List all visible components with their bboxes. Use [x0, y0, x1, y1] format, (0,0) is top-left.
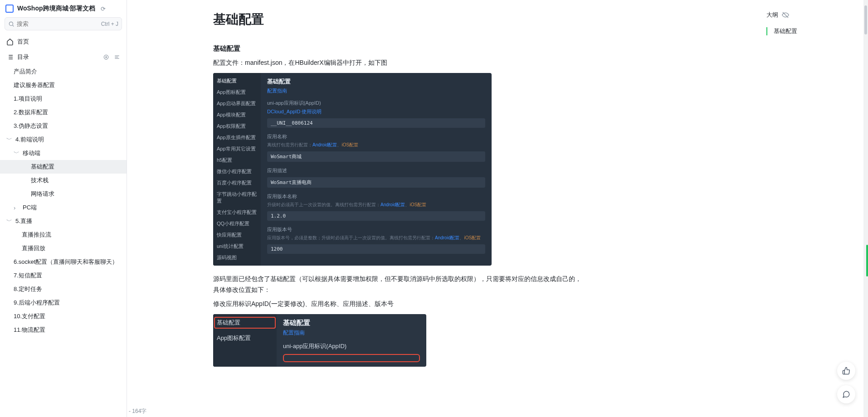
sidebar-item[interactable]: 1.项目说明 [0, 92, 127, 106]
toc-label: 目录 [17, 53, 29, 61]
sidebar-item-label: 5.直播 [15, 217, 32, 225]
shot1-left-item: 基础配置 [217, 78, 257, 84]
floating-actions [837, 362, 855, 403]
search-icon [8, 21, 15, 27]
sidebar: WoShop跨境商城·部署文档 ⟳ Ctrl + J 首页 目录 [0, 0, 127, 417]
shot1-guide-link: 配置指南 [267, 87, 485, 94]
shot1-left-item: 百度小程序配置 [217, 179, 257, 186]
sidebar-item[interactable]: 11.物流配置 [0, 323, 127, 337]
shot1-title: 基础配置 [267, 78, 485, 86]
sidebar-item-label: 网络请求 [31, 190, 54, 198]
manifest-screenshot-1: 基础配置App图标配置App启动界面配置App模块配置App权限配置App原生插… [213, 73, 492, 266]
shot1-left-item: App模块配置 [217, 112, 257, 118]
comment-button[interactable] [837, 385, 855, 403]
shot1-left-item: 快应用配置 [217, 232, 257, 238]
sidebar-item-label: 技术栈 [31, 176, 49, 184]
eye-off-icon[interactable] [782, 11, 789, 19]
toc-icon [6, 53, 14, 61]
sidebar-item[interactable]: 基础配置 [0, 160, 127, 174]
sidebar-item-label: 10.支付配置 [14, 312, 45, 320]
expand-all-icon[interactable] [114, 54, 120, 60]
shot1-left-item: App图标配置 [217, 89, 257, 96]
sidebar-item[interactable]: 2.数据库配置 [0, 106, 127, 119]
shot1-appname-sub: 离线打包需另行配置：Android配置、iOS配置 [267, 142, 485, 148]
like-button[interactable] [837, 362, 855, 380]
shot1-appid-value: __UNI__0806124 [267, 118, 485, 128]
sidebar-item[interactable]: 7.短信配置 [0, 269, 127, 282]
sidebar-item[interactable]: 建议服务器配置 [0, 78, 127, 92]
scroll-accent-icon [866, 245, 868, 276]
chevron-right-icon[interactable]: › [14, 204, 20, 211]
sidebar-item[interactable]: ﹀4.前端说明 [0, 133, 127, 146]
chevron-down-icon[interactable]: ﹀ [6, 136, 13, 144]
shot1-appname-value: WoSmart商城 [267, 151, 485, 162]
doc-header: WoShop跨境商城·部署文档 ⟳ [0, 0, 127, 17]
shot2-guide-link: 配置指南 [283, 329, 420, 337]
sidebar-item[interactable]: ﹀5.直播 [0, 214, 127, 228]
page-title: 基础配置 [213, 11, 585, 28]
search-container: Ctrl + J [5, 17, 122, 30]
home-link[interactable]: 首页 [0, 34, 127, 49]
sidebar-item-label: 8.定时任务 [14, 285, 42, 293]
sidebar-item[interactable]: 产品简介 [0, 65, 127, 78]
outline-header: 大纲 [766, 11, 861, 19]
sidebar-item-label: 4.前端说明 [15, 136, 44, 144]
shot1-left-item: 支付宝小程序配置 [217, 209, 257, 216]
shot1-vercode-value: 1200 [267, 244, 485, 254]
sidebar-item[interactable]: 技术栈 [0, 174, 127, 187]
sidebar-item[interactable]: 10.支付配置 [0, 310, 127, 323]
chevron-down-icon[interactable]: ﹀ [14, 149, 20, 157]
scrollbar[interactable] [863, 0, 868, 417]
sidebar-item-label: 1.项目说明 [14, 95, 42, 103]
sidebar-item[interactable]: ›PC端 [0, 201, 127, 214]
shot1-vername-label: 应用版本名称 [267, 193, 485, 200]
shot1-left-item: h5配置 [217, 157, 257, 164]
content-scroll[interactable]: 基础配置 基础配置 配置文件：manifest.json，在HBuilderX编… [127, 0, 759, 417]
shot1-vercode-sub: 应用版本号，必须是整数；升级时必须高于上一次设置的值。离线打包需另行配置：And… [267, 235, 485, 241]
sidebar-item[interactable]: 6.socket配置（直播间聊天和客服聊天） [0, 255, 127, 269]
sidebar-item-label: 建议服务器配置 [14, 81, 55, 89]
shot1-left-item: 源码视图 [217, 254, 257, 261]
manifest-screenshot-2: 基础配置 App图标配置 基础配置 配置指南 uni-app应用标识(AppID… [213, 314, 426, 367]
sidebar-item-label: PC端 [23, 204, 37, 212]
sidebar-item-label: 产品简介 [14, 68, 37, 76]
shot1-left-item: QQ小程序配置 [217, 220, 257, 227]
sidebar-item[interactable]: 直播回放 [0, 242, 127, 255]
shot1-left-item: App原生插件配置 [217, 134, 257, 141]
shot2-title: 基础配置 [283, 319, 420, 327]
sidebar-item-label: 基础配置 [31, 163, 54, 171]
shot2-appid-label: uni-app应用标识(AppID) [283, 342, 420, 350]
shot1-left-item: 字节跳动小程序配置 [217, 191, 257, 204]
toc-header: 目录 [0, 49, 127, 65]
paragraph-3: 修改应用标识AppID(一定要修改)、应用名称、应用描述、版本号 [213, 299, 585, 310]
paragraph-1: 配置文件：manifest.json，在HBuilderX编辑器中打开，如下图 [213, 58, 585, 68]
shot1-left-item: 微信小程序配置 [217, 168, 257, 175]
sidebar-item[interactable]: 网络请求 [0, 187, 127, 201]
sidebar-item[interactable]: 9.后端小程序配置 [0, 296, 127, 310]
highlight-box-icon [283, 354, 420, 362]
highlight-box-icon [214, 317, 276, 329]
sidebar-item[interactable]: ﹀移动端 [0, 146, 127, 160]
shot1-left-item: App权限配置 [217, 123, 257, 130]
sidebar-item-label: 11.物流配置 [14, 326, 45, 334]
shot2-left-item: App图标配置 [217, 334, 273, 342]
sidebar-item[interactable]: 直播推拉流 [0, 228, 127, 242]
sidebar-item-label: 移动端 [23, 149, 40, 157]
scrollbar-thumb[interactable] [864, 5, 867, 34]
svg-line-1 [13, 25, 14, 26]
search-shortcut: Ctrl + J [101, 21, 118, 27]
refresh-icon[interactable]: ⟳ [101, 5, 106, 12]
doc-title: WoShop跨境商城·部署文档 [17, 5, 95, 13]
home-label: 首页 [17, 38, 29, 46]
shot1-appid-link: DCloud_AppID 使用说明 [267, 108, 485, 115]
sidebar-item-label: 2.数据库配置 [14, 108, 48, 116]
locate-icon[interactable] [103, 54, 109, 60]
sidebar-item[interactable]: 3.伪静态设置 [0, 119, 127, 133]
doc-logo-icon [5, 5, 14, 13]
sidebar-item[interactable]: 8.定时任务 [0, 282, 127, 296]
sidebar-item-label: 3.伪静态设置 [14, 122, 48, 130]
outline-item-active[interactable]: 基础配置 [766, 27, 861, 35]
chevron-down-icon[interactable]: ﹀ [6, 217, 13, 225]
shot1-appid-label: uni-app应用标识(AppID) [267, 100, 485, 107]
svg-point-0 [9, 22, 13, 25]
